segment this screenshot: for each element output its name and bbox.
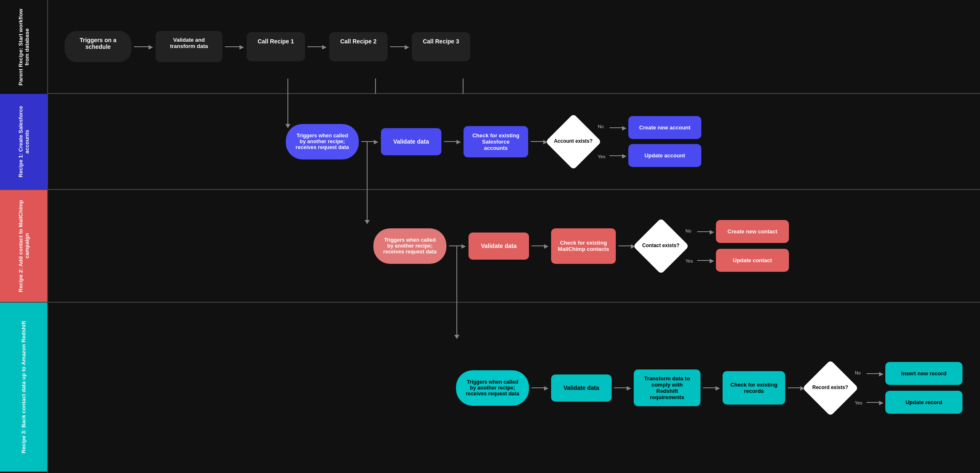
recipe3-incoming-arrow (451, 303, 463, 344)
r1-arrow-1: ▶ (361, 138, 378, 145)
arrow-4: ▶ (390, 43, 409, 50)
recipe2-row: Triggers when called by another recipe; … (48, 190, 980, 303)
row-label-recipe2: Recipe 2: Add contact to MailChimp campa… (0, 190, 47, 303)
recipe2-validate-node: Validate data (469, 233, 529, 260)
recipe1-check-node: Check for existing Salesforce accounts (464, 126, 528, 157)
row-label-parent: Parent Recipe: Start workflow from datab… (0, 0, 47, 94)
recipe1-validate-node: Validate data (381, 128, 441, 155)
call-recipe-2-node: Call Recipe 2 (329, 32, 388, 61)
update-account-node: Update account (628, 144, 701, 167)
diagram-container: Parent Recipe: Start workflow from datab… (0, 0, 980, 473)
recipe3-row: Triggers when called by another recipe; … (48, 303, 980, 473)
recipe1-branches: ▶ Create new account ▶ Update account (610, 116, 701, 167)
recipe2-diamond-label: Contact exists? (642, 243, 679, 249)
call-recipe-3-node: Call Recipe 3 (412, 32, 470, 61)
r3-arrow-3: ▶ (703, 384, 720, 391)
insert-record-node: Insert new record (885, 362, 962, 385)
r3-arrow-2: ▶ (614, 384, 631, 391)
recipe3-trigger-node: Triggers when called by another recipe; … (456, 370, 529, 406)
create-account-node: Create new account (628, 116, 701, 139)
recipe1-diamond-container: Account exists? (550, 119, 596, 164)
validate-transform-node: Validate and transform data (156, 31, 222, 62)
recipe3-diamond-container: Record exists? (807, 365, 853, 411)
recipe2-incoming-arrow (361, 190, 373, 228)
trigger-schedule-node: Triggers on a schedule (65, 31, 131, 62)
recipe1-row: Triggers when called by another recipe; … (48, 94, 980, 190)
row-label-recipe1: Recipe 1: Create Salesforce accounts (0, 94, 47, 190)
recipe2-trigger-node: Triggers when called by another recipe; … (373, 228, 446, 264)
recipe2-branches: ▶ Create new contact ▶ Update contact (697, 220, 789, 272)
svg-marker-10 (454, 335, 459, 339)
recipe3-branches: ▶ Insert new record ▶ Update record (867, 362, 962, 414)
parent-recipe-row: Triggers on a schedule ▶ Validate and tr… (48, 0, 980, 94)
call-recipe-1-node: Call Recipe 1 (247, 32, 305, 61)
label-column: Parent Recipe: Start workflow from datab… (0, 0, 48, 473)
recipe1-diamond-label: Account exists? (554, 138, 593, 145)
create-contact-node: Create new contact (716, 220, 789, 243)
arrow-1: ▶ (134, 43, 153, 50)
update-record-node: Update record (885, 391, 962, 414)
svg-marker-7 (365, 220, 370, 224)
r2-arrow-3: ▶ (618, 243, 635, 249)
recipe3-diamond-label: Record exists? (812, 384, 848, 391)
recipe3-check-node: Check for existing records (723, 371, 785, 405)
arrow-2: ▶ (225, 43, 244, 50)
recipe2-diamond-container: Contact exists? (638, 223, 684, 269)
recipe1-trigger-node: Triggers when called by another recipe; … (286, 124, 359, 159)
update-contact-node: Update contact (716, 249, 789, 272)
row-label-recipe3: Recipe 3: Back contact data up to Amazon… (0, 303, 47, 472)
r1-arrow-2: ▶ (444, 138, 461, 145)
arrow-3: ▶ (307, 43, 327, 50)
r2-arrow-2: ▶ (532, 243, 549, 249)
r2-arrow-1: ▶ (449, 243, 466, 249)
r1-arrow-3: ▶ (531, 138, 548, 145)
r3-arrow-1: ▶ (532, 384, 549, 391)
main-content: Triggers on a schedule ▶ Validate and tr… (48, 0, 980, 473)
r3-arrow-4: ▶ (788, 384, 805, 391)
recipe3-validate-node: Validate data (551, 374, 612, 402)
recipe3-transform-node: Transform data to comply with Redshift r… (634, 369, 700, 406)
recipe2-check-node: Check for existing MailChimp contacts (551, 228, 616, 264)
